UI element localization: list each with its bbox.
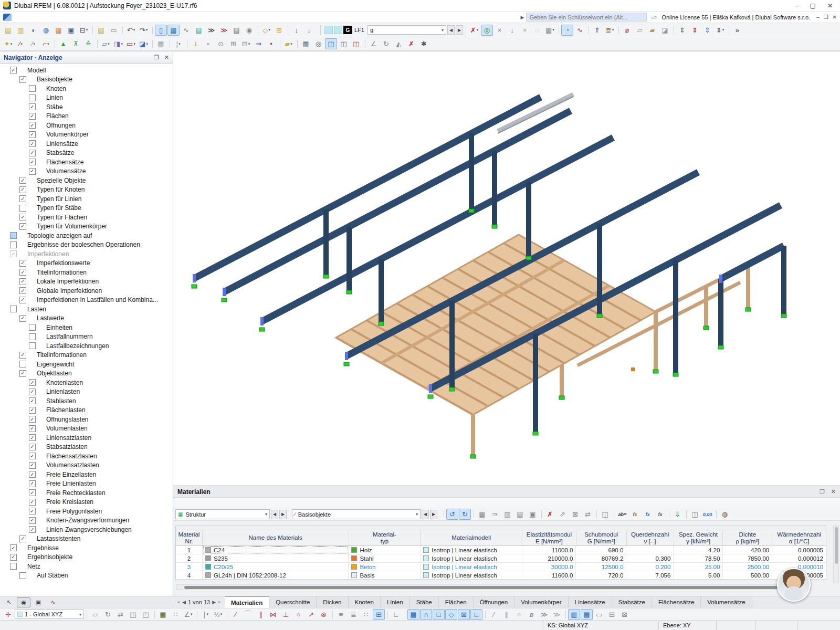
- snap-reference[interactable]: ⊗: [318, 609, 330, 620]
- snap-mode[interactable]: ∠: [182, 609, 194, 620]
- sheet-tab[interactable]: Volumensätze: [701, 596, 752, 608]
- tree-checkbox[interactable]: [10, 306, 17, 312]
- tree-checkbox[interactable]: [29, 434, 36, 441]
- tree-checkbox[interactable]: [29, 489, 36, 496]
- sheet-tab[interactable]: Flächensätze: [652, 596, 701, 608]
- new-stiffness[interactable]: ⊞: [227, 38, 239, 49]
- new-hinge[interactable]: ∘: [202, 38, 214, 49]
- tree-item[interactable]: Eigengewicht: [0, 360, 173, 369]
- plane-lock[interactable]: ∟: [390, 609, 402, 620]
- tree-item[interactable]: Typen für Knoten: [0, 185, 173, 195]
- show-loads[interactable]: ◎: [481, 25, 493, 36]
- column-header[interactable]: Materialmodell: [421, 530, 522, 545]
- cs-move[interactable]: ⇄: [114, 609, 127, 620]
- send-table[interactable]: ⇗: [556, 509, 569, 520]
- views-navigator-tab[interactable]: ▣: [32, 597, 45, 607]
- column-header[interactable]: Material-typ: [349, 530, 421, 545]
- structure-prev-button[interactable]: ◀: [271, 510, 278, 519]
- sheet-tab[interactable]: Dicken: [317, 596, 348, 608]
- fast-forward-a[interactable]: ≫: [538, 609, 550, 620]
- tree-checkbox[interactable]: [29, 416, 36, 423]
- workplane-xz[interactable]: ◫: [338, 38, 350, 49]
- tree-item[interactable]: Modell: [0, 66, 173, 75]
- tables-toggle[interactable]: ▦: [167, 25, 180, 36]
- column-header[interactable]: SchubmodulG [N/mm²]: [576, 530, 627, 545]
- tree-checkbox[interactable]: [10, 250, 17, 257]
- structure-next-button[interactable]: ▶: [279, 510, 287, 519]
- tree-item[interactable]: Volumensätze: [0, 167, 173, 176]
- grid-settings[interactable]: ▦: [300, 38, 312, 49]
- copy-entity[interactable]: ▦: [155, 38, 167, 49]
- tree-checkbox[interactable]: [29, 471, 36, 478]
- zoom-cancel[interactable]: ø: [621, 25, 633, 36]
- user-avatar[interactable]: [777, 568, 811, 602]
- tree-checkbox[interactable]: [19, 287, 26, 294]
- tree-item[interactable]: Einheiten: [0, 323, 173, 332]
- category-combobox[interactable]: ∕ Basisobjekte▾: [292, 509, 421, 519]
- tree-item[interactable]: Titelinformationen: [0, 351, 173, 360]
- tree-checkbox[interactable]: [29, 379, 36, 386]
- mdi-close-button[interactable]: ✕: [833, 14, 837, 20]
- menu-item[interactable]: [67, 12, 78, 23]
- numbering-c[interactable]: ∷: [360, 609, 372, 620]
- tree-checkbox[interactable]: [29, 150, 36, 156]
- column-header[interactable]: ElastizitätsmodulE [N/mm²]: [522, 530, 576, 545]
- cs-offset[interactable]: ◰: [140, 609, 152, 620]
- mdi-restore-button[interactable]: ❐: [824, 14, 828, 20]
- print[interactable]: ⊟: [78, 25, 90, 36]
- new-support[interactable]: ⊥: [190, 38, 202, 49]
- snap-grid[interactable]: ▦: [407, 609, 419, 620]
- sheet-tab[interactable]: Linien: [381, 596, 410, 608]
- scale-z[interactable]: ⇕: [701, 25, 713, 36]
- tree-checkbox[interactable]: [19, 572, 26, 579]
- workplane-yz[interactable]: ◫: [350, 38, 362, 49]
- tree-checkbox[interactable]: [10, 544, 17, 551]
- tree-checkbox[interactable]: [29, 94, 36, 101]
- tree-item[interactable]: Linien: [0, 93, 173, 103]
- tree-checkbox[interactable]: [10, 232, 17, 239]
- material-row[interactable]: 1 C24 Holz Isotrop | Linear elastisch 11…: [176, 546, 826, 554]
- tree-item[interactable]: Typen für Flächen: [0, 213, 173, 222]
- ellipse-mode[interactable]: ø: [526, 609, 538, 620]
- panel-menu-item[interactable]: [183, 502, 192, 504]
- polar-snap[interactable]: ∠: [368, 38, 380, 49]
- tree-checkbox[interactable]: [10, 563, 17, 570]
- tree-item[interactable]: Volumensatzlasten: [0, 461, 173, 470]
- tree-item[interactable]: Linien-Zwangsverschiebungen: [0, 525, 173, 534]
- tree-checkbox[interactable]: [19, 315, 26, 322]
- solver-console[interactable]: ≫: [218, 25, 230, 36]
- tree-item[interactable]: Linienlasten: [0, 387, 173, 397]
- panel-menu-item[interactable]: [202, 502, 211, 504]
- pin-model[interactable]: ↓: [303, 25, 315, 36]
- tree-checkbox[interactable]: [19, 223, 26, 230]
- filter-columns[interactable]: ▥: [501, 509, 513, 520]
- maximize-button[interactable]: ▢: [810, 2, 816, 9]
- tree-checkbox[interactable]: [29, 407, 36, 414]
- numbering-a[interactable]: ≡: [335, 609, 347, 620]
- undo[interactable]: ↶: [125, 25, 137, 36]
- formula-fx[interactable]: fx: [629, 509, 641, 520]
- tree-checkbox[interactable]: [19, 205, 26, 212]
- panel-float-button[interactable]: ❐: [820, 488, 825, 495]
- panel-menu-item[interactable]: [211, 502, 220, 504]
- circle-mode[interactable]: ○: [513, 609, 525, 620]
- diagram-panel[interactable]: ∿: [180, 25, 192, 36]
- tree-checkbox[interactable]: [29, 425, 36, 432]
- search-options-icon[interactable]: ≡⌕: [649, 13, 658, 22]
- tree-item[interactable]: Lastfallbezeichnungen: [0, 341, 173, 351]
- load-case-prev-button[interactable]: ◀: [447, 25, 455, 35]
- tree-item[interactable]: Objektlasten: [0, 369, 173, 379]
- tree-item[interactable]: Basisobjekte: [0, 75, 173, 85]
- sheet-tab[interactable]: Knoten: [349, 596, 381, 608]
- sheet-tab[interactable]: Querschnitte: [269, 596, 317, 608]
- pin-view[interactable]: ↓: [290, 25, 302, 36]
- new-node[interactable]: ✦: [2, 38, 14, 49]
- new-surface[interactable]: ▱: [100, 38, 112, 49]
- tree-checkbox[interactable]: [19, 297, 26, 303]
- tree-checkbox[interactable]: [29, 122, 36, 129]
- mirror-plane[interactable]: ◭: [393, 38, 405, 49]
- row-visibility[interactable]: ▣: [527, 509, 539, 520]
- tree-checkbox[interactable]: [29, 140, 36, 147]
- new-polyline[interactable]: ⌐: [40, 38, 52, 49]
- tree-checkbox[interactable]: [29, 453, 36, 459]
